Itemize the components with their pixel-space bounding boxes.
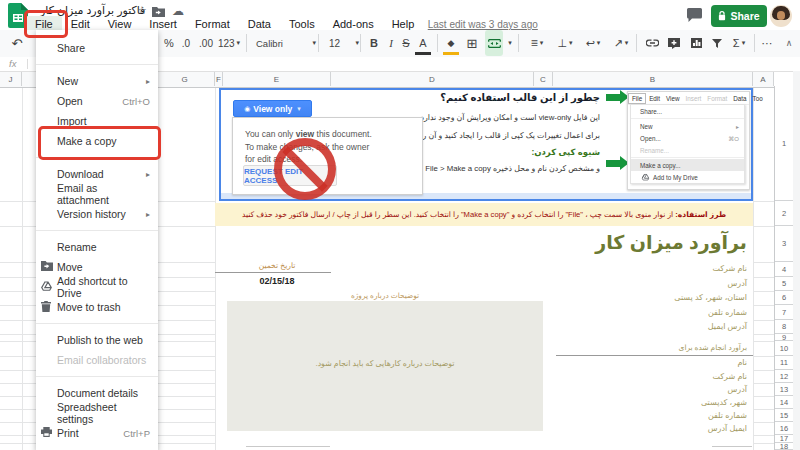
next-row-fragment: [712, 446, 752, 447]
viewonly-button: ◉ View only ▾: [233, 100, 312, 117]
row-header-9[interactable]: 9: [775, 334, 793, 341]
insert-comment-button[interactable]: [664, 30, 684, 56]
estimate-date-label: تاریخ تخمین: [223, 261, 331, 270]
decrease-decimal-button[interactable]: .0: [178, 30, 194, 56]
column-header-G[interactable]: G: [155, 72, 215, 86]
bold-button[interactable]: B: [366, 30, 382, 56]
project-desc-box[interactable]: توضیحات درباره کارهایی که باید انجام شود…: [227, 301, 543, 431]
borders-button[interactable]: ⊞: [463, 30, 481, 56]
more-toolbar-button[interactable]: ⋯: [758, 30, 776, 56]
collapse-toolbar-button[interactable]: ∧: [781, 30, 797, 56]
horizontal-align-button[interactable]: ≡▾: [524, 30, 550, 56]
column-header-D[interactable]: D: [331, 72, 534, 86]
row-header-12[interactable]: 12: [775, 370, 793, 383]
row-header-5[interactable]: 5: [775, 277, 793, 291]
mini-item-new: New▸: [631, 120, 744, 132]
estimate-for-label: برآورد انجام شده برای: [679, 343, 747, 352]
row-header-6[interactable]: 6: [775, 291, 793, 305]
file-menu-item-add-shortcut-to-drive[interactable]: Add shortcut to Drive: [36, 277, 158, 297]
row-header-11[interactable]: 11: [775, 356, 793, 370]
row-header-2[interactable]: 2: [775, 201, 793, 226]
avatar[interactable]: [770, 5, 792, 27]
file-menu-dropdown: ShareNew▸OpenCtrl+OImportMake a copyDown…: [36, 30, 158, 450]
merge-cells-dropdown[interactable]: ▾: [504, 30, 514, 56]
italic-button[interactable]: I: [384, 30, 398, 56]
column-header-J[interactable]: J: [0, 72, 22, 86]
share-button[interactable]: Share: [711, 5, 767, 27]
howto-line1: این فایل view-only است و امکان ویرایش آن…: [418, 113, 600, 122]
row-header-13[interactable]: 13: [775, 383, 793, 396]
file-menu-item-document-details[interactable]: Document details: [36, 383, 158, 403]
mini-menu-insert: Insert: [683, 95, 705, 102]
create-filter-button[interactable]: [708, 30, 726, 56]
row-header-18[interactable]: 18: [775, 443, 793, 450]
howto-text-block: چطور از این قالب استفاده کنیم؟ این فایل …: [437, 90, 600, 185]
mini-menu-format: Format: [704, 95, 730, 102]
text-color-button[interactable]: A: [415, 33, 431, 55]
row-header-10[interactable]: 10: [775, 341, 793, 356]
file-menu-item-label: Email as attachment: [57, 182, 150, 206]
prohibition-icon: [274, 138, 336, 200]
comment-history-icon[interactable]: [687, 8, 702, 22]
file-menu-item-download[interactable]: Download▸: [36, 164, 158, 184]
file-menu-item-email-as-attachment[interactable]: Email as attachment: [36, 184, 158, 204]
link-icon: [646, 39, 659, 47]
insert-link-button[interactable]: [642, 30, 662, 56]
usage-banner-text: از نوار منوی بالا سمت چپ ، "File" را انت…: [242, 210, 675, 219]
estimate-date-value[interactable]: 02/15/18: [223, 276, 331, 286]
green-arrow-file: [606, 94, 620, 101]
file-menu-item-spreadsheet-settings[interactable]: Spreadsheet settings: [36, 403, 158, 423]
file-menu-item-label: Open: [57, 95, 83, 107]
column-header-F[interactable]: F: [215, 72, 223, 86]
company-field-label: استان، شهر، کد پستی: [674, 293, 747, 302]
app-bar: فاکتور برآورد میزان کار ☆ ☁ FileEditView…: [0, 0, 800, 30]
file-menu-item-share[interactable]: Share: [36, 38, 158, 58]
chevron-down-icon: ▾: [625, 39, 629, 47]
file-menu-item-open[interactable]: OpenCtrl+O: [36, 91, 158, 111]
file-menu-item-rename[interactable]: Rename: [36, 237, 158, 257]
client-field-label: نام: [737, 358, 747, 367]
font-family-select[interactable]: Calibri▾: [252, 30, 320, 56]
file-menu-item-new[interactable]: New▸: [36, 71, 158, 91]
percent-format-button[interactable]: %: [162, 30, 176, 56]
functions-button[interactable]: Σ▾: [727, 30, 751, 56]
usage-banner-prefix: طرز استفاده:: [675, 210, 726, 219]
text-rotation-button[interactable]: ↗▾: [608, 30, 634, 56]
client-field-label: ایمیل آدرس: [708, 424, 747, 433]
file-menu-item-version-history[interactable]: Version history▸: [36, 204, 158, 224]
annotation-box-make-a-copy: [38, 126, 161, 160]
submenu-arrow-icon: ▸: [146, 210, 150, 219]
row-header-7[interactable]: 7: [775, 305, 793, 320]
merge-cells-button[interactable]: [485, 30, 503, 56]
chevron-down-icon: ▾: [297, 105, 301, 113]
text-wrap-button[interactable]: ↩▾: [580, 30, 606, 56]
mini-item-open-: Open...⌘O: [631, 132, 744, 144]
mini-item-add-to-my-drive: Add to My Drive: [631, 171, 744, 183]
column-header-A[interactable]: A: [753, 72, 774, 86]
file-menu-item-move-to-trash[interactable]: Move to trash: [36, 297, 158, 317]
row-header-14[interactable]: 14: [775, 396, 793, 409]
vertical-scrollbar[interactable]: [793, 71, 800, 450]
usage-banner: طرز استفاده: از نوار منوی بالا سمت چپ ، …: [215, 203, 753, 226]
file-menu-item-move[interactable]: Move: [36, 257, 158, 277]
row-header-15[interactable]: 15: [775, 409, 793, 422]
strikethrough-button[interactable]: S: [399, 30, 413, 56]
column-header-B[interactable]: B: [553, 72, 753, 86]
insert-chart-button[interactable]: [686, 30, 706, 56]
file-menu-item-print[interactable]: PrintCtrl+P: [36, 423, 158, 443]
row-header-3[interactable]: 3: [775, 226, 793, 262]
file-menu-item-publish-to-the-web[interactable]: Publish to the web: [36, 330, 158, 350]
fill-color-button[interactable]: ◆: [443, 33, 459, 55]
font-size-select[interactable]: 12▾: [324, 30, 364, 56]
last-edit-link[interactable]: Last edit was 3 days ago: [428, 19, 538, 30]
vertical-align-button[interactable]: ⊥▾: [552, 30, 578, 56]
increase-decimal-button[interactable]: .00: [196, 30, 216, 56]
row-header-4[interactable]: 4: [775, 262, 793, 277]
column-header-C[interactable]: C: [534, 72, 553, 86]
more-formats-button[interactable]: 123▾: [218, 30, 240, 56]
mini-menu-view: View: [663, 95, 683, 102]
row-header-1[interactable]: 1: [775, 86, 793, 201]
printer-icon: [41, 427, 52, 439]
chevron-down-icon: ▾: [597, 39, 601, 47]
column-header-E[interactable]: E: [223, 72, 331, 86]
